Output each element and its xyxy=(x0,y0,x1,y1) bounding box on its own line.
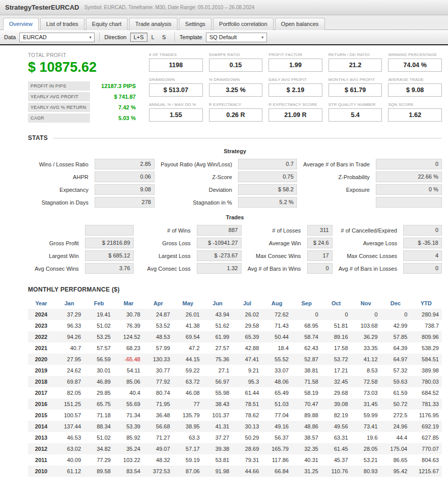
value-cell: 69.54 xyxy=(173,331,202,342)
trades-value-max-consec-losses: 4 xyxy=(403,250,442,261)
value-cell: 26.02 xyxy=(232,309,262,320)
value-cell: 95.42 xyxy=(381,466,410,477)
value-cell: 137.44 xyxy=(54,421,84,432)
value-cell: 56.68 xyxy=(143,421,173,432)
value-cell: 63.3 xyxy=(173,432,202,443)
value-cell: 96.33 xyxy=(54,320,84,331)
value-cell: 95.3 xyxy=(232,376,262,387)
value-cell: 0 xyxy=(351,309,380,320)
summary-label: YEARLY AVG % RETURN xyxy=(28,103,90,112)
value-cell: 389.98 xyxy=(410,365,442,376)
value-cell: 0 xyxy=(292,309,321,320)
stat-value: 0.26 R xyxy=(209,108,263,122)
year-cell: 2014 xyxy=(28,421,54,432)
column-header-apr: Apr xyxy=(143,298,173,309)
stats-section: STATS Strategy Wins / Losses Ratio2.85Pa… xyxy=(28,134,442,274)
table-row-2011: 201140.0977.29103.2248.3259.1953.8179.31… xyxy=(28,454,442,466)
stat-drawdown: % DRAWDOWN3.25 % xyxy=(209,77,263,97)
value-cell: 17.21 xyxy=(321,365,351,376)
value-cell: 65.39 xyxy=(232,331,262,342)
summary-row-yearly-avg-profit: YEARLY AVG PROFIT$ 741.87 xyxy=(28,92,136,101)
value-cell: 85.06 xyxy=(114,376,143,387)
value-cell: 53.72 xyxy=(321,354,351,365)
trades-value-largest-loss: $ -273.67 xyxy=(197,250,242,261)
value-cell: 27.1 xyxy=(203,365,232,376)
direction-l-button[interactable]: L xyxy=(148,33,158,42)
value-cell: 175.04 xyxy=(381,443,410,454)
trades-value-avg-consec-wins: 3.76 xyxy=(85,263,134,274)
tab-equity-chart[interactable]: Equity chart xyxy=(86,18,128,30)
value-cell: 18.4 xyxy=(262,342,291,354)
strategy-label-stagnation-in-days: Stagnation in Days xyxy=(28,199,88,206)
template-select[interactable]: SQ Default ▼ xyxy=(206,33,267,42)
tab-portfolio-correlation[interactable]: Portfolio correlation xyxy=(213,18,274,30)
overview-content: TOTAL PROFIT $ 10875.62 PROFIT IN PIPS12… xyxy=(0,45,448,482)
stat-label: DRAWDOWN xyxy=(149,77,203,82)
value-cell: -65.48 xyxy=(114,354,143,365)
direction-s-button[interactable]: S xyxy=(159,33,169,42)
tab-settings[interactable]: Settings xyxy=(179,18,212,30)
stat-label: DAILY AVG PROFIT xyxy=(268,77,322,82)
tab-list-of-trades[interactable]: List of trades xyxy=(40,18,84,30)
strategy-label-ahpr: AHPR xyxy=(28,174,88,180)
stat-sqn-score: SQN SCORE1.62 xyxy=(388,102,442,122)
direction-l-s-button[interactable]: L+S xyxy=(130,33,147,42)
value-cell: 34.82 xyxy=(84,443,113,454)
value-cell: 89.88 xyxy=(292,410,321,421)
strategy-label-exposure: Exposure xyxy=(303,187,370,193)
value-cell: 89.58 xyxy=(84,466,113,477)
stat-average-trade: AVERAGE TRADE$ 9.08 xyxy=(388,77,442,97)
table-row-2017: 201782.0529.8540.480.7446.0855.9861.4465… xyxy=(28,387,442,398)
stat-label: R EXPECTANCY xyxy=(209,102,263,107)
value-cell: 45.37 xyxy=(321,454,351,466)
trades-label-average-loss: Average Loss xyxy=(339,240,397,246)
summary-value: 5.03 % xyxy=(90,115,136,121)
value-cell: 59.63 xyxy=(381,376,410,387)
stat-return-dd-ratio: RETURN / DD RATIO21.2 xyxy=(328,52,382,72)
toolbar-separator xyxy=(174,33,175,42)
strategy-value-deviation: $ 58.2 xyxy=(238,184,297,195)
value-cell: 61.45 xyxy=(321,443,351,454)
column-header-jul: Jul xyxy=(232,298,262,309)
value-cell: 87.06 xyxy=(173,466,202,477)
stat-label: ANNUAL % / MAX DD % xyxy=(149,102,203,107)
strategy-value-z-score: 0.75 xyxy=(238,171,297,182)
table-row-2012: 201263.0234.8235.2449.0757.1739.3828.691… xyxy=(28,443,442,454)
value-cell: 770.07 xyxy=(410,443,442,454)
value-cell: 780.03 xyxy=(410,376,442,387)
value-cell: 804.63 xyxy=(410,454,442,466)
value-cell: 56.37 xyxy=(262,432,291,443)
stat-annual-max-dd: ANNUAL % / MAX DD %1.55 xyxy=(149,102,203,122)
tab-bar: OverviewList of tradesEquity chartTrade … xyxy=(0,15,448,30)
tab-trade-analysis[interactable]: Trade analysis xyxy=(129,18,177,30)
trades-label-gross-profit: Gross Profit xyxy=(28,240,79,246)
value-cell: 101.37 xyxy=(203,410,232,421)
value-cell: 57.57 xyxy=(84,342,113,354)
strategy-value-stagnation-in: 5.2 % xyxy=(238,197,297,208)
value-cell: 1215.67 xyxy=(410,466,442,477)
tab-open-balances[interactable]: Open balances xyxy=(275,18,325,30)
strategy-label-payout-ratio-avg-win-loss: Payout Ratio (Avg Win/Loss) xyxy=(161,161,232,167)
value-cell: 51.02 xyxy=(84,320,113,331)
value-cell: 684.52 xyxy=(410,387,442,398)
column-header-mar: Mar xyxy=(114,298,143,309)
value-cell: 63.02 xyxy=(54,443,84,454)
value-cell: 48.06 xyxy=(262,376,291,387)
monthly-performance-section: MONTHLY PERFORMANCE ($) YearJanFebMarApr… xyxy=(28,286,442,477)
value-cell: 49.07 xyxy=(143,443,173,454)
data-label: Data xyxy=(4,34,16,40)
value-cell: 272.5 xyxy=(381,410,410,421)
value-cell: 809.96 xyxy=(410,331,442,342)
trades-value-avg-of-bars-in-wins: 0 xyxy=(307,263,333,274)
data-select[interactable]: EURCAD ▼ xyxy=(19,33,95,42)
stat-label: WINNING PERCENTAGE xyxy=(388,52,442,57)
value-cell: 44.15 xyxy=(173,354,202,365)
trades-label-largest-loss: Largest Loss xyxy=(140,253,191,259)
tab-overview[interactable]: Overview xyxy=(3,18,39,30)
stat-winning-percentage: WINNING PERCENTAGE74.04 % xyxy=(388,52,442,72)
summary-value: 12187.3 PIPS xyxy=(90,83,136,89)
value-cell: 33.35 xyxy=(351,342,380,354)
value-cell: 32.35 xyxy=(292,443,321,454)
value-cell: 24.62 xyxy=(54,365,84,376)
table-row-2016: 2016151.2565.7555.6971.957738.4378.5151.… xyxy=(28,398,442,410)
